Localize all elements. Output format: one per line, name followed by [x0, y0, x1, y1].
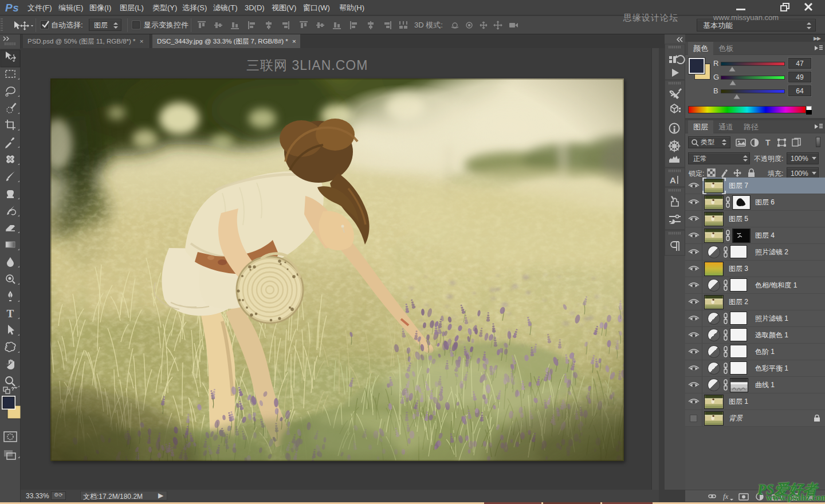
svg-text:A: A	[670, 175, 676, 185]
svg-text:T: T	[765, 138, 771, 147]
svg-text:fx: fx	[723, 492, 729, 501]
svg-text:T: T	[7, 308, 14, 320]
